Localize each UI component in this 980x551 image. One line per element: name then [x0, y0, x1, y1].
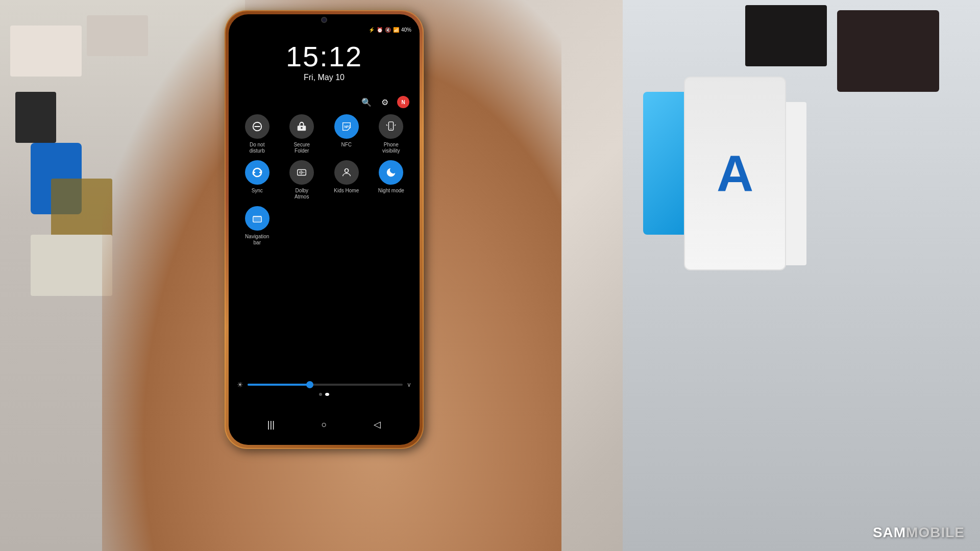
quick-settings-panel: 🔍 ⚙ N Do notdisturb — [229, 96, 420, 246]
bg-right-panel: A — [623, 0, 980, 551]
brightness-thumb — [306, 381, 313, 388]
secure-folder-icon — [289, 114, 314, 139]
sync-icon — [245, 160, 270, 185]
qs-tile-dolby-atmos[interactable]: DolbyAtmos — [282, 160, 323, 200]
sam-text: SAM — [873, 524, 906, 540]
dolby-atmos-icon — [289, 160, 314, 185]
qs-tile-nfc[interactable]: NFC NFC — [326, 114, 367, 154]
page-indicator — [229, 393, 420, 396]
sync-label: Sync — [252, 188, 263, 194]
alarm-icon: ⏰ — [377, 27, 383, 33]
qs-tile-phone-visibility[interactable]: Phonevisibility — [371, 114, 412, 154]
navigation-bar-icon — [245, 206, 270, 231]
home-button[interactable]: ○ — [322, 419, 327, 430]
phone-frame: ⚡ ⏰ 🔇 📶 40% 15:12 Fri, May 10 🔍 ⚙ N — [225, 10, 424, 449]
kids-home-icon — [334, 160, 359, 185]
navigation-bar-label: Navigationbar — [245, 234, 269, 246]
dolby-atmos-label: DolbyAtmos — [295, 188, 309, 200]
do-not-disturb-label: Do notdisturb — [250, 142, 265, 154]
notification-badge[interactable]: N — [397, 96, 409, 108]
mobile-text: MOBILE — [906, 524, 965, 540]
time-text: 15:12 — [229, 42, 420, 71]
qs-tile-kids-home[interactable]: Kids Home — [326, 160, 367, 200]
svg-rect-7 — [298, 170, 306, 176]
svg-point-14 — [348, 170, 349, 171]
brightness-icon: ☀ — [237, 381, 243, 389]
do-not-disturb-icon — [245, 114, 270, 139]
nfc-icon: NFC — [334, 114, 359, 139]
secure-folder-label: SecureFolder — [293, 142, 310, 154]
back-button[interactable]: ◁ — [374, 419, 381, 430]
brightness-fill — [248, 384, 310, 386]
page-dot-2-active — [325, 393, 329, 396]
front-camera — [321, 17, 327, 23]
settings-icon[interactable]: ⚙ — [379, 96, 391, 108]
brightness-slider[interactable] — [248, 384, 403, 386]
sammobile-watermark: SAMMOBILE — [873, 524, 965, 541]
svg-point-3 — [301, 127, 303, 129]
kids-home-label: Kids Home — [334, 188, 359, 194]
night-mode-label: Night mode — [378, 188, 404, 194]
time-date-display: 15:12 Fri, May 10 — [229, 42, 420, 82]
dark-product-box-2 — [745, 5, 827, 66]
mute-icon: 🔇 — [385, 27, 391, 33]
svg-rect-15 — [253, 216, 262, 222]
page-dot-1 — [319, 393, 322, 396]
qs-tile-navigation-bar[interactable]: Navigationbar — [237, 206, 278, 246]
recent-apps-button[interactable]: ||| — [267, 419, 275, 430]
shelf-item-3 — [15, 92, 56, 143]
brightness-chevron-icon[interactable]: ∨ — [407, 381, 411, 388]
qs-tile-secure-folder[interactable]: SecureFolder — [282, 114, 323, 154]
bluetooth-icon: ⚡ — [369, 27, 375, 33]
phone-visibility-label: Phonevisibility — [382, 142, 400, 154]
navigation-bar: ||| ○ ◁ — [229, 412, 420, 437]
night-mode-icon — [379, 160, 403, 185]
phone-visibility-icon — [379, 114, 403, 139]
status-bar: ⚡ ⏰ 🔇 📶 40% — [229, 23, 420, 36]
battery-text: 40% — [401, 27, 411, 33]
search-icon[interactable]: 🔍 — [360, 96, 373, 108]
nfc-label: NFC — [341, 142, 352, 148]
qs-header-row: 🔍 ⚙ N — [237, 96, 411, 108]
svg-point-6 — [390, 129, 391, 130]
status-icons: ⚡ ⏰ 🔇 📶 40% — [369, 27, 411, 33]
shelf-item-6 — [31, 235, 112, 296]
dark-product-box-1 — [837, 10, 939, 92]
wifi-icon: 📶 — [393, 27, 399, 33]
phone-screen: ⚡ ⏰ 🔇 📶 40% 15:12 Fri, May 10 🔍 ⚙ N — [229, 14, 420, 445]
samsung-a-product: A — [684, 77, 786, 270]
brightness-control[interactable]: ☀ ∨ — [237, 381, 411, 389]
svg-text:NFC: NFC — [344, 125, 351, 129]
qs-tile-sync[interactable]: Sync — [237, 160, 278, 200]
qs-tile-night-mode[interactable]: Night mode — [371, 160, 412, 200]
svg-point-13 — [345, 170, 346, 171]
shelf-item-1 — [10, 26, 82, 77]
qs-tile-do-not-disturb[interactable]: Do notdisturb — [237, 114, 278, 154]
date-text: Fri, May 10 — [229, 73, 420, 82]
quick-tiles-grid: Do notdisturb SecureFolder — [237, 114, 411, 246]
